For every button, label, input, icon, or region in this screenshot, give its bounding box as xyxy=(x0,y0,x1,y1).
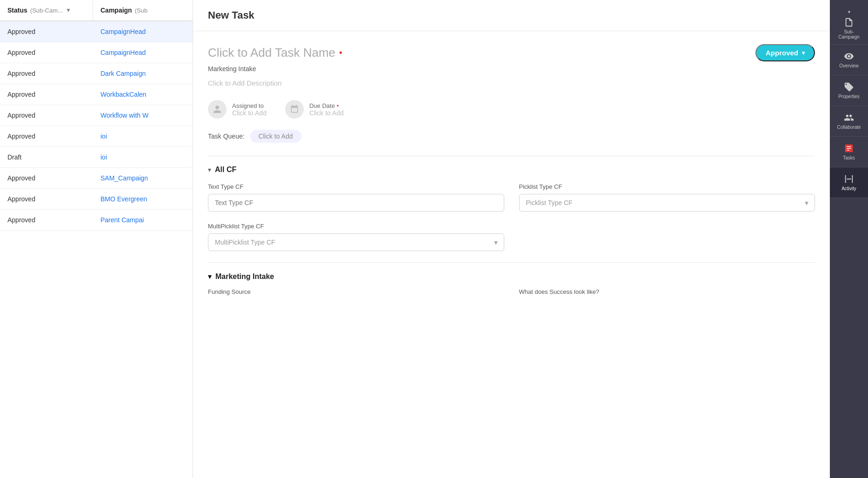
status-badge-button[interactable]: Approved ▾ xyxy=(755,44,815,61)
status-cell: Approved xyxy=(0,105,93,126)
properties-label: Properties xyxy=(838,94,860,99)
due-date-field[interactable]: Due Date • Click to Add xyxy=(285,100,344,119)
status-sub-label: (Sub-Cam... xyxy=(30,7,63,14)
all-cf-section-header: ▾ All CF xyxy=(208,166,815,174)
assigned-to-text: Assigned to Click to Add xyxy=(232,102,267,117)
task-queue-button[interactable]: Click to Add xyxy=(250,130,301,143)
task-content: Click to Add Task Name • Approved ▾ Mark… xyxy=(193,31,830,313)
table-row[interactable]: Approved SAM_Campaign xyxy=(0,168,193,189)
overview-label: Overview xyxy=(839,63,859,68)
campaign-column-header[interactable]: Campaign (Sub xyxy=(93,0,193,20)
page-title: New Task xyxy=(208,9,815,21)
properties-icon xyxy=(844,82,854,92)
picklist-type-cf-field: Picklist Type CF Picklist Type CF ▾ xyxy=(519,183,815,212)
campaign-cell[interactable]: ioi xyxy=(93,126,193,146)
multipicklist-type-cf-label: MultiPicklist Type CF xyxy=(208,223,504,230)
table-row[interactable]: Approved ioi xyxy=(0,126,193,147)
campaign-cell[interactable]: BMO Evergreen xyxy=(93,189,193,209)
campaign-cell[interactable]: CampaignHead xyxy=(93,42,193,63)
main-panel: New Task Click to Add Task Name • Approv… xyxy=(193,0,830,478)
collaborate-icon xyxy=(844,113,854,123)
right-sidebar: ▾ Sub-Campaign Overview Properties Colla… xyxy=(830,0,868,478)
text-type-cf-label: Text Type CF xyxy=(208,183,504,190)
sub-campaign-arrow-icon: ▾ xyxy=(848,9,850,14)
chevron-down-icon: ▾ xyxy=(802,50,805,56)
due-date-value[interactable]: Click to Add xyxy=(309,109,344,117)
status-column-label: Status xyxy=(7,7,27,14)
table-row[interactable]: Draft ioi xyxy=(0,147,193,168)
table-panel: Status (Sub-Cam... ▼ Campaign (Sub Appro… xyxy=(0,0,193,478)
table-row[interactable]: Approved WorkbackCalen xyxy=(0,84,193,105)
success-field: What does Success look like? xyxy=(519,288,815,298)
campaign-cell[interactable]: Dark Campaign xyxy=(93,63,193,84)
table-row[interactable]: Approved Parent Campai xyxy=(0,210,193,231)
status-cell: Approved xyxy=(0,126,93,146)
marketing-intake-header: ▾ Marketing Intake xyxy=(208,272,815,281)
sidebar-item-collaborate[interactable]: Collaborate xyxy=(830,106,868,137)
marketing-collapse-icon[interactable]: ▾ xyxy=(208,272,212,281)
status-badge-label: Approved xyxy=(766,49,798,57)
assigned-to-field[interactable]: Assigned to Click to Add xyxy=(208,100,267,119)
status-cell: Approved xyxy=(0,210,93,230)
table-body: Approved CampaignHead Approved CampaignH… xyxy=(0,21,193,478)
sub-campaign-icon xyxy=(844,17,854,27)
sidebar-item-sub-campaign[interactable]: ▾ Sub-Campaign xyxy=(830,4,868,45)
required-dot: • xyxy=(339,47,342,58)
campaign-sub-label: (Sub xyxy=(135,7,147,14)
table-row[interactable]: Approved Dark Campaign xyxy=(0,63,193,84)
multipicklist-type-cf-field: MultiPicklist Type CF MultiPicklist Type… xyxy=(208,223,504,251)
calendar-icon xyxy=(285,100,304,119)
table-row[interactable]: Approved Workflow with W xyxy=(0,105,193,126)
mi-fields-row: Funding Source What does Success look li… xyxy=(208,288,815,298)
cf-fields-row-2: MultiPicklist Type CF MultiPicklist Type… xyxy=(208,223,815,251)
campaign-cell[interactable]: Parent Campai xyxy=(93,210,193,230)
status-cell: Approved xyxy=(0,42,93,63)
status-cell: Approved xyxy=(0,189,93,209)
sidebar-item-properties[interactable]: Properties xyxy=(830,75,868,106)
sort-icon: ▼ xyxy=(66,7,71,13)
multipicklist-type-cf-select[interactable]: MultiPicklist Type CF xyxy=(208,233,504,251)
tasks-label: Tasks xyxy=(843,155,855,160)
cf-field-empty xyxy=(519,223,815,251)
table-row[interactable]: Approved CampaignHead xyxy=(0,42,193,63)
task-name-text: Click to Add Task Name xyxy=(208,46,335,60)
campaign-cell[interactable]: CampaignHead xyxy=(93,21,193,42)
campaign-cell[interactable]: WorkbackCalen xyxy=(93,84,193,105)
sub-campaign-label: Sub-Campaign xyxy=(838,29,860,40)
table-row[interactable]: Approved CampaignHead xyxy=(0,21,193,42)
picklist-select-wrapper: Picklist Type CF ▾ xyxy=(519,194,815,212)
campaign-cell[interactable]: Workflow with W xyxy=(93,105,193,126)
sidebar-item-activity[interactable]: Activity xyxy=(830,167,868,198)
status-cell: Approved xyxy=(0,168,93,188)
person-icon xyxy=(208,100,227,119)
campaign-cell[interactable]: SAM_Campaign xyxy=(93,168,193,188)
status-cell: Draft xyxy=(0,147,93,167)
all-cf-section-title: All CF xyxy=(215,166,236,174)
section-divider xyxy=(208,156,815,156)
task-name-section: Click to Add Task Name • Approved ▾ xyxy=(208,31,815,65)
success-label: What does Success look like? xyxy=(519,288,815,295)
picklist-type-cf-label: Picklist Type CF xyxy=(519,183,815,190)
sidebar-item-overview[interactable]: Overview xyxy=(830,45,868,75)
campaign-cell[interactable]: ioi xyxy=(93,147,193,167)
assigned-to-value[interactable]: Click to Add xyxy=(232,109,267,117)
due-date-label: Due Date • xyxy=(309,102,344,109)
text-type-cf-field: Text Type CF xyxy=(208,183,504,212)
breadcrumb: Marketing Intake xyxy=(208,65,815,73)
description-placeholder[interactable]: Click to Add Description xyxy=(208,75,815,91)
text-type-cf-input[interactable] xyxy=(208,194,504,212)
collapse-icon[interactable]: ▾ xyxy=(208,166,211,173)
fields-row: Assigned to Click to Add Due Date • Clic… xyxy=(208,100,815,119)
status-cell: Approved xyxy=(0,84,93,105)
activity-icon xyxy=(844,174,854,184)
collaborate-label: Collaborate xyxy=(837,125,861,130)
picklist-type-cf-select[interactable]: Picklist Type CF xyxy=(519,194,815,212)
table-row[interactable]: Approved BMO Evergreen xyxy=(0,189,193,210)
status-cell: Approved xyxy=(0,21,93,42)
status-column-header[interactable]: Status (Sub-Cam... ▼ xyxy=(0,0,93,20)
sidebar-item-tasks[interactable]: Tasks xyxy=(830,137,868,167)
task-queue-label: Task Queue: xyxy=(208,133,245,140)
tasks-icon xyxy=(844,143,854,153)
task-name-placeholder[interactable]: Click to Add Task Name • xyxy=(208,46,342,60)
marketing-intake-section: ▾ Marketing Intake Funding Source What d… xyxy=(208,272,815,298)
